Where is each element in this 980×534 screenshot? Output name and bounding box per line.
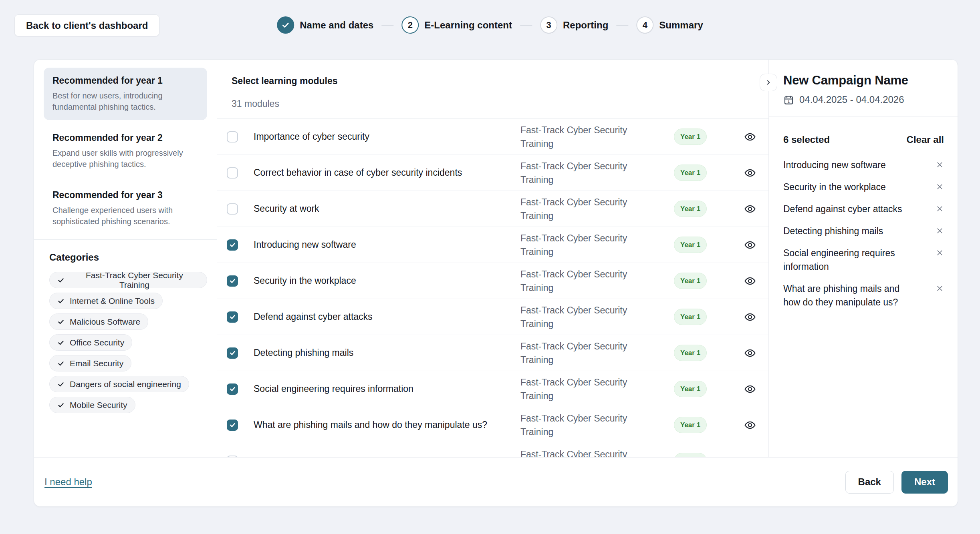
module-checkbox[interactable]: [227, 203, 238, 215]
recommendation-list: Recommended for year 1 Best for new user…: [44, 68, 207, 235]
campaign-name: New Campaign Name: [783, 73, 944, 88]
module-checkbox[interactable]: [227, 347, 238, 359]
module-category: Fast-Track Cyber Security Training: [505, 303, 674, 331]
next-button[interactable]: Next: [901, 471, 948, 494]
category-chip[interactable]: Office Security: [49, 334, 132, 351]
stepper-step[interactable]: 3 Reporting: [540, 16, 636, 34]
clear-all-button[interactable]: Clear all: [907, 134, 944, 145]
preview-eye-icon[interactable]: [744, 167, 756, 179]
check-icon: [57, 277, 65, 284]
category-chip-label: Mobile Security: [70, 400, 127, 410]
preview-eye-icon[interactable]: [744, 347, 756, 359]
module-row: Importance of cyber security Fast-Track …: [217, 119, 768, 155]
stepper-step[interactable]: Name and dates: [277, 16, 401, 34]
selected-module-name: Security in the workplace: [783, 180, 916, 194]
module-category: Fast-Track Cyber Security Training: [505, 375, 674, 403]
remove-item-button[interactable]: [936, 284, 944, 294]
footer-buttons: Back Next: [845, 471, 948, 494]
back-button[interactable]: Back: [845, 471, 894, 494]
wizard-footer: I need help Back Next: [34, 457, 958, 506]
stepper-step[interactable]: 2 E-Learning content: [401, 16, 540, 34]
year-badge: Year 1: [674, 345, 707, 361]
step-number: 3: [546, 20, 551, 30]
check-icon: [57, 318, 65, 325]
module-checkbox[interactable]: [227, 383, 238, 395]
preview-eye-icon[interactable]: [744, 239, 756, 251]
module-checkbox[interactable]: [227, 311, 238, 323]
module-category: Fast-Track Cyber Security Training: [505, 448, 674, 458]
collapse-panel-button[interactable]: [760, 74, 777, 91]
recommendation-option[interactable]: Recommended for year 2 Expand user skill…: [44, 125, 207, 177]
close-icon: [936, 227, 944, 235]
selected-count: 6 selected: [783, 134, 830, 145]
step-connector: [381, 25, 393, 26]
module-row-partial: Fast-Track Cyber Security Training Year …: [217, 443, 768, 457]
module-selection-panel: Select learning modules 31 modules Impor…: [217, 60, 768, 457]
module-category: Fast-Track Cyber Security Training: [505, 339, 674, 367]
remove-item-button[interactable]: [936, 161, 944, 170]
preview-eye-icon[interactable]: [744, 130, 756, 143]
sidebar-divider: [34, 239, 217, 240]
preview-eye-icon[interactable]: [744, 203, 756, 215]
module-checkbox[interactable]: [227, 131, 238, 143]
module-panel-header: Select learning modules 31 modules: [217, 60, 768, 119]
module-category: Fast-Track Cyber Security Training: [505, 267, 674, 295]
module-checkbox[interactable]: [227, 420, 238, 431]
category-chip-list: Fast-Track Cyber Security Training Inter…: [49, 272, 207, 413]
module-category: Fast-Track Cyber Security Training: [505, 195, 674, 223]
preview-eye-icon[interactable]: [744, 419, 756, 432]
year-badge: Year 1: [674, 309, 707, 325]
check-icon: [57, 297, 65, 305]
step-label: E-Learning content: [424, 20, 512, 31]
check-icon: [57, 360, 65, 367]
recommendation-description: Challenge experienced users with sophist…: [52, 205, 198, 227]
category-chip[interactable]: Internet & Online Tools: [49, 293, 163, 309]
summary-header: New Campaign Name 1 04.04.2025 - 04.04.2…: [769, 60, 958, 116]
remove-item-button[interactable]: [936, 205, 944, 214]
module-row: What are phishing mails and how do they …: [217, 407, 768, 443]
step-number: 2: [408, 20, 413, 30]
recommendation-option[interactable]: Recommended for year 3 Challenge experie…: [44, 182, 207, 235]
recommendation-title: Recommended for year 1: [52, 75, 198, 86]
category-chip[interactable]: Fast-Track Cyber Security Training: [49, 272, 207, 288]
preview-eye-icon[interactable]: [744, 311, 756, 323]
step-number: 4: [643, 20, 647, 30]
campaign-date-range: 1 04.04.2025 - 04.04.2026: [783, 94, 944, 105]
recommendation-option[interactable]: Recommended for year 1 Best for new user…: [44, 68, 207, 120]
selected-module-item: Detecting phishing mails: [783, 224, 944, 238]
back-to-dashboard-button[interactable]: Back to client's dashboard: [14, 14, 159, 36]
close-icon: [936, 249, 944, 257]
category-chip-label: Dangers of social engineering: [70, 379, 181, 389]
remove-item-button[interactable]: [936, 183, 944, 192]
module-category: Fast-Track Cyber Security Training: [505, 231, 674, 259]
wizard-card: Recommended for year 1 Best for new user…: [34, 59, 958, 507]
category-chip[interactable]: Dangers of social engineering: [49, 376, 189, 392]
check-icon: [229, 349, 236, 356]
remove-item-button[interactable]: [936, 249, 944, 258]
category-chip[interactable]: Email Security: [49, 355, 131, 371]
stepper-step[interactable]: 4 Summary: [636, 16, 703, 34]
module-row: Security at work Fast-Track Cyber Securi…: [217, 191, 768, 227]
module-name: Social engineering requires information: [238, 383, 505, 394]
preview-eye-icon[interactable]: [744, 383, 756, 395]
help-link[interactable]: I need help: [44, 476, 92, 488]
module-checkbox[interactable]: [227, 239, 238, 251]
close-icon: [936, 161, 944, 169]
remove-item-button[interactable]: [936, 227, 944, 236]
year-badge: Year 1: [674, 128, 707, 145]
module-checkbox[interactable]: [227, 167, 238, 179]
module-checkbox[interactable]: [227, 275, 238, 287]
step-label: Summary: [659, 20, 703, 31]
svg-text:1: 1: [788, 99, 790, 103]
check-icon: [281, 21, 290, 29]
selected-module-item: Introducing new software: [783, 158, 944, 172]
check-icon: [57, 381, 65, 388]
check-icon: [229, 241, 236, 248]
check-icon: [229, 313, 236, 320]
preview-eye-icon[interactable]: [744, 275, 756, 287]
category-chip[interactable]: Malicious Software: [49, 313, 148, 330]
check-icon: [229, 277, 236, 284]
category-chip[interactable]: Mobile Security: [49, 397, 135, 413]
category-chip-label: Malicious Software: [70, 317, 140, 327]
wizard-stepper: Name and dates 2 E-Learning content 3: [277, 16, 703, 34]
